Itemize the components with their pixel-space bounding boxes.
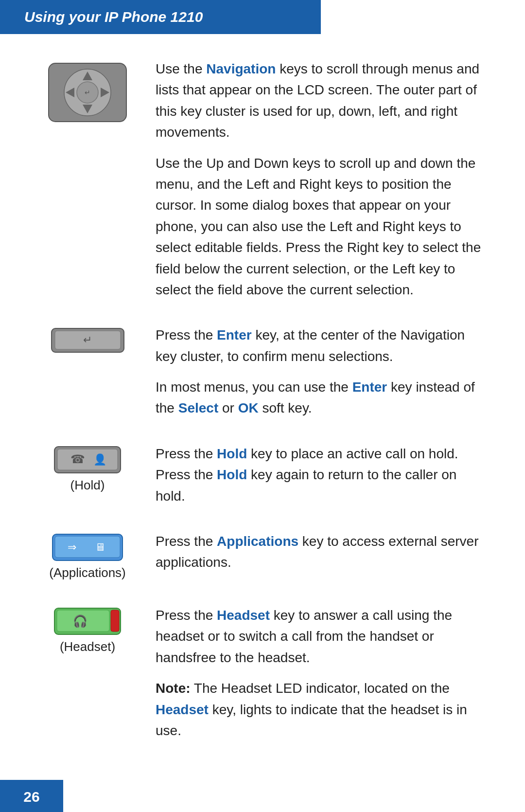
enter-para-2: In most menus, you can use the Enter key… [156,377,486,419]
applications-para-1: Press the Applications key to access ext… [156,531,486,573]
enter-text-col: Press the Enter key, at the center of th… [136,325,486,419]
navigation-image-col: ↵ [39,58,136,124]
select-keyword: Select [178,400,219,415]
svg-text:👤: 👤 [93,453,107,466]
svg-rect-16 [55,536,120,558]
hold-image-col: ☎ 👤 (Hold) [39,443,136,493]
headset-keyword-1: Headset [217,608,270,623]
hold-para-1: Press the Hold key to place an active ca… [156,443,486,506]
applications-keyword: Applications [217,534,298,549]
navigation-text-col: Use the Navigation keys to scroll throug… [136,58,486,300]
enter-section: ↵ Press the Enter key, at the center of … [39,325,486,419]
headset-text-col: Press the Headset key to answer a call u… [136,605,486,741]
header-title: Using your IP Phone 1210 [24,9,203,25]
enter-keyword-1: Enter [217,327,252,343]
hold-keyword-1: Hold [217,446,247,461]
hold-text-col: Press the Hold key to place an active ca… [136,443,486,506]
headset-image-col: 🎧 (Headset) [39,605,136,654]
headset-key-image: 🎧 [53,607,122,635]
enter-key-image: ↵ [50,327,125,354]
navigation-para-2: Use the Up and Down keys to scroll up an… [156,153,486,301]
navigation-key-image: ↵ [46,61,129,124]
svg-text:🖥: 🖥 [95,541,105,553]
footer-bar: 26 [0,780,63,812]
applications-image-col: ⇒ 🖥 (Applications) [39,531,136,580]
navigation-para-1: Use the Navigation keys to scroll throug… [156,58,486,143]
applications-section: ⇒ 🖥 (Applications) Press the Application… [39,531,486,580]
note-label: Note: [156,681,191,696]
headset-para-1: Press the Headset key to answer a call u… [156,605,486,668]
navigation-keyword: Navigation [206,61,276,76]
headset-keyword-2: Headset [156,702,209,717]
page-number: 26 [23,789,39,805]
enter-image-col: ↵ [39,325,136,354]
applications-key-image: ⇒ 🖥 [52,533,123,561]
applications-label: (Applications) [49,565,126,580]
svg-rect-21 [111,610,119,632]
svg-text:🎧: 🎧 [73,614,88,628]
applications-text-col: Press the Applications key to access ext… [136,531,486,573]
hold-section: ☎ 👤 (Hold) Press the Hold key to place a… [39,443,486,506]
svg-text:↵: ↵ [83,334,92,346]
svg-text:⇒: ⇒ [68,541,76,553]
svg-text:↵: ↵ [85,89,90,96]
hold-label: (Hold) [70,478,105,493]
svg-rect-12 [57,449,118,470]
headset-para-2: Note: The Headset LED indicator, located… [156,678,486,741]
headset-section: 🎧 (Headset) Press the Headset key to ans… [39,605,486,741]
hold-keyword-2: Hold [217,467,247,482]
enter-keyword-2: Enter [352,379,387,395]
header-bar: Using your IP Phone 1210 [0,0,321,34]
enter-para-1: Press the Enter key, at the center of th… [156,325,486,367]
hold-key-image: ☎ 👤 [53,446,122,474]
ok-keyword: OK [238,400,259,415]
headset-label: (Headset) [60,639,115,654]
navigation-section: ↵ Use the Navigation keys to scroll thro… [39,58,486,300]
svg-text:☎: ☎ [70,452,85,466]
main-content: ↵ Use the Navigation keys to scroll thro… [0,34,525,812]
